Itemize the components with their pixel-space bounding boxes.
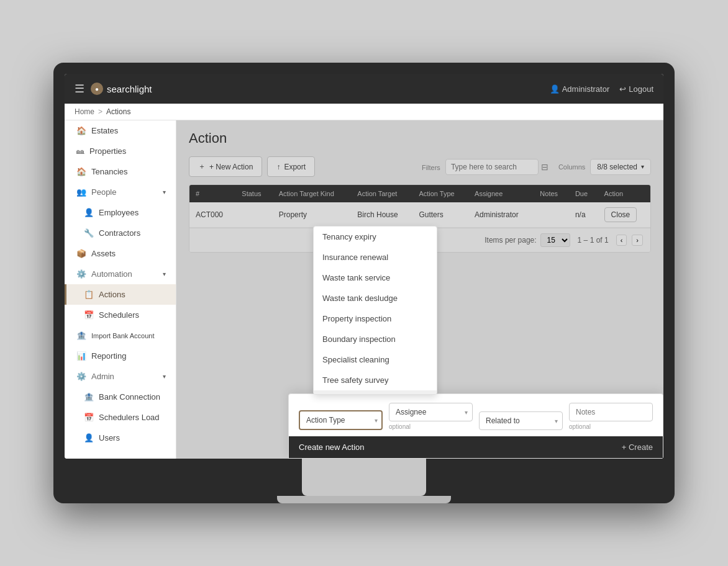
sidebar-label-assets: Assets [91,249,116,258]
dropdown-option-boundary-inspection[interactable]: Boundary inspection [314,329,437,349]
sidebar-label-estates: Estates [91,126,118,135]
create-action-form: Action Type Tenancy expiry Insurance ren… [288,393,663,459]
sidebar-item-assets[interactable]: 📦 Assets [65,243,176,264]
hamburger-icon[interactable]: ☰ [75,82,84,96]
sidebar: 🏠 Estates 🏘 Properties 🏠 Tenancies 👥 Peo… [65,120,176,459]
import-bank-icon: 🏦 [76,331,86,340]
admin-user[interactable]: 👤 Administrator [550,84,610,94]
tenancies-icon: 🏠 [76,167,86,176]
create-label: + Create [622,442,653,452]
sidebar-label-contractors: Contractors [99,228,140,238]
schedulers-icon: 📅 [84,310,94,320]
sidebar-item-users[interactable]: 👤 Users [65,428,176,448]
action-type-dropdown: Tenancy expiry Insurance renewal Waste t… [313,226,437,395]
admin-chevron-icon: ▾ [163,373,166,380]
reporting-icon: 📊 [76,351,86,361]
assignee-select[interactable]: Assignee [389,403,473,421]
assignee-optional-label: optional [389,423,473,430]
sidebar-label-tenancies: Tenancies [91,167,128,176]
sidebar-item-estates[interactable]: 🏠 Estates [65,120,176,141]
app-title: searchlight [107,84,152,94]
people-chevron-icon: ▾ [163,189,166,195]
sidebar-label-admin: Admin [91,372,114,381]
breadcrumb-current: Actions [106,107,130,116]
topnav: ☰ ● searchlight 👤 Administrator ↩ Logout [65,74,663,104]
breadcrumb-separator: > [98,107,102,116]
form-footer: Create new Action + Create [289,436,663,458]
schedulers-load-icon: 📅 [84,413,94,422]
dropdown-option-tree-safety-survey[interactable]: Tree safety survey [314,370,437,390]
sidebar-label-properties: Properties [89,146,126,156]
main-layout: 🏠 Estates 🏘 Properties 🏠 Tenancies 👥 Peo… [65,120,663,459]
assets-icon: 📦 [76,249,86,258]
sidebar-item-admin[interactable]: ⚙️ Admin ▾ [65,366,176,387]
dropdown-option-property-inspection[interactable]: Property inspection [314,308,437,329]
admin-label: Administrator [562,84,610,94]
properties-icon: 🏘 [76,146,84,156]
automation-chevron-icon: ▾ [163,271,166,277]
sidebar-label-schedulers-load: Schedulers Load [99,413,160,422]
related-to-field: Related to [479,411,563,430]
automation-icon: ⚙️ [76,269,86,279]
dropdown-option-waste-tank-desludge[interactable]: Waste tank desludge [314,288,437,308]
topnav-right: 👤 Administrator ↩ Logout [550,84,653,94]
home-icon: 🏠 [76,126,86,135]
sidebar-item-people[interactable]: 👥 People ▾ [65,182,176,202]
contractors-icon: 🔧 [84,228,94,238]
logout-label: Logout [629,84,653,94]
logo-icon: ● [91,83,103,95]
sidebar-item-properties[interactable]: 🏘 Properties [65,141,176,161]
people-icon: 👥 [76,187,86,197]
sidebar-item-reporting[interactable]: 📊 Reporting [65,346,176,366]
sidebar-label-users: Users [99,433,120,442]
related-to-select[interactable]: Related to [479,411,563,430]
employees-icon: 👤 [84,208,94,217]
breadcrumb-home[interactable]: Home [75,107,94,116]
content-area: Action ＋ + New Action ↑ Export [176,120,663,459]
assignee-field: Assignee optional [389,403,473,430]
sidebar-item-contractors[interactable]: 🔧 Contractors [65,223,176,243]
create-action-title: Create new Action [299,442,365,452]
sidebar-item-tenancies[interactable]: 🏠 Tenancies [65,161,176,182]
logout-btn[interactable]: ↩ Logout [619,84,653,94]
form-fields: Action Type Tenancy expiry Insurance ren… [289,394,663,436]
admin-icon: ⚙️ [76,372,86,381]
sidebar-label-reporting: Reporting [91,351,126,361]
sidebar-label-automation: Automation [91,269,132,279]
sidebar-label-bank-connection: Bank Connection [99,392,160,402]
user-icon: 👤 [550,84,560,94]
topnav-left: ☰ ● searchlight [75,82,152,96]
breadcrumb: Home > Actions [65,104,663,120]
sidebar-label-employees: Employees [99,208,139,217]
sidebar-label-schedulers: Schedulers [99,310,139,320]
sidebar-item-schedulers-load[interactable]: 📅 Schedulers Load [65,407,176,428]
actions-icon: 📋 [84,290,94,299]
sidebar-item-actions[interactable]: 📋 Actions [65,284,176,305]
bank-connection-icon: 🏦 [84,392,94,402]
action-type-select[interactable]: Action Type Tenancy expiry Insurance ren… [299,410,383,430]
action-type-wrapper: Action Type Tenancy expiry Insurance ren… [299,410,383,430]
notes-field: optional [569,403,653,430]
logout-icon: ↩ [619,84,626,94]
assignee-wrapper: Assignee [389,403,473,421]
logo: ● searchlight [91,83,152,95]
dropdown-option-waste-tank-service[interactable]: Waste tank service [314,267,437,288]
action-type-field: Action Type Tenancy expiry Insurance ren… [299,410,383,430]
sidebar-label-actions: Actions [99,290,125,299]
sidebar-item-automation[interactable]: ⚙️ Automation ▾ [65,264,176,284]
related-to-wrapper: Related to [479,411,563,430]
create-submit-button[interactable]: + Create [622,442,653,452]
sidebar-label-people: People [91,187,116,197]
sidebar-item-bank-connection[interactable]: 🏦 Bank Connection [65,387,176,407]
sidebar-item-employees[interactable]: 👤 Employees [65,202,176,223]
sidebar-label-import-bank: Import Bank Account [91,332,155,339]
dropdown-option-specialist-cleaning[interactable]: Specialist cleaning [314,349,437,370]
sidebar-item-schedulers[interactable]: 📅 Schedulers [65,305,176,325]
dropdown-option-tenancy-expiry[interactable]: Tenancy expiry [314,227,437,247]
users-icon: 👤 [84,433,94,442]
notes-optional-label: optional [569,423,653,430]
dropdown-scrollbar [314,390,437,394]
sidebar-item-import-bank[interactable]: 🏦 Import Bank Account [65,325,176,346]
dropdown-option-insurance-renewal[interactable]: Insurance renewal [314,247,437,267]
notes-input[interactable] [569,403,653,421]
